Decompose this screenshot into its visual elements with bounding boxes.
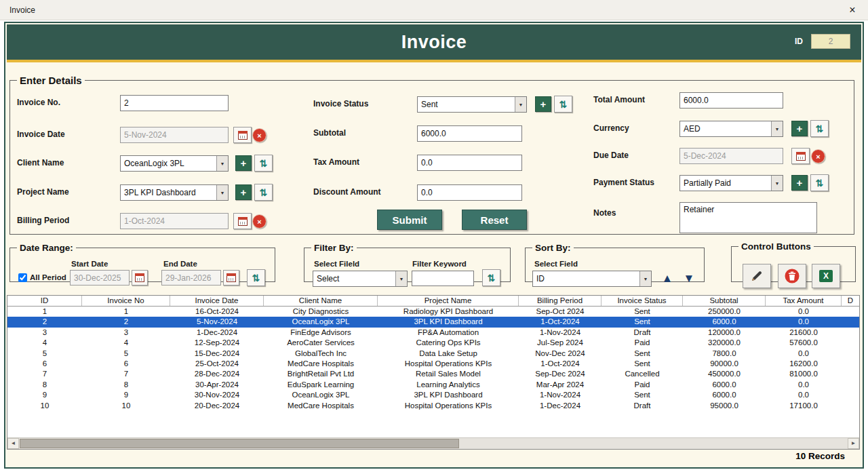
- table-cell: 2: [7, 317, 82, 327]
- invoice-date-input[interactable]: [120, 127, 229, 143]
- column-header[interactable]: Invoice No: [82, 296, 170, 306]
- table-cell: Nov-Dec 2024: [519, 349, 601, 359]
- plus-icon: +: [797, 123, 803, 134]
- calendar-icon: [796, 152, 806, 161]
- dropdown-arrow-icon[interactable]: ▼: [515, 97, 526, 112]
- reset-button[interactable]: Reset: [462, 210, 527, 230]
- client-name-select[interactable]: OceanLogix 3PL ▼: [120, 155, 229, 172]
- invoice-no-label: Invoice No.: [17, 98, 60, 107]
- calendar-icon: [238, 131, 248, 140]
- currency-add-button[interactable]: +: [791, 121, 808, 136]
- id-field[interactable]: [811, 34, 850, 49]
- window-titlebar: Invoice ×: [0, 0, 868, 20]
- subtotal-input[interactable]: [417, 125, 522, 142]
- due-date-clear-button[interactable]: ×: [811, 149, 825, 163]
- window-close-icon[interactable]: ×: [845, 3, 860, 18]
- end-date-calendar-button[interactable]: [223, 270, 239, 286]
- project-name-refresh-button[interactable]: ⇅: [254, 184, 273, 201]
- date-range-refresh-button[interactable]: ⇅: [247, 269, 265, 286]
- invoice-date-calendar-button[interactable]: [233, 127, 252, 143]
- dropdown-arrow-icon[interactable]: ▼: [771, 121, 783, 136]
- discount-amount-input[interactable]: [417, 184, 522, 201]
- dropdown-arrow-icon[interactable]: ▼: [216, 185, 228, 200]
- payment-status-select[interactable]: Partially Paid ▼: [679, 175, 783, 191]
- currency-select[interactable]: AED ▼: [679, 121, 783, 137]
- project-name-select[interactable]: 3PL KPI Dashboard ▼: [120, 184, 229, 201]
- table-row[interactable]: 101020-Dec-2024MedCare HospitalsHospital…: [7, 401, 859, 411]
- table-row[interactable]: 7728-Dec-2024BrightRetail Pvt LtdRetail …: [7, 369, 859, 379]
- table-row[interactable]: 8830-Apr-2024EduSpark LearningLearning A…: [7, 380, 859, 390]
- invoice-date-clear-button[interactable]: ×: [252, 128, 267, 142]
- currency-refresh-button[interactable]: ⇅: [810, 120, 829, 137]
- table-cell: MedCare Hospitals: [264, 401, 378, 411]
- billing-period-calendar-button[interactable]: [233, 213, 252, 229]
- refresh-icon: ⇅: [559, 99, 568, 110]
- notes-input[interactable]: Retainer: [679, 202, 817, 233]
- horizontal-scrollbar[interactable]: ◄ ►: [7, 437, 859, 449]
- table-cell: Sent: [601, 390, 683, 400]
- submit-button[interactable]: Submit: [377, 210, 442, 230]
- table-row[interactable]: 6625-Oct-2024MedCare HospitalsHospital O…: [7, 359, 859, 369]
- table-row[interactable]: 9930-Nov-2024OceanLogix 3PL3PL KPI Dashb…: [7, 390, 859, 400]
- billing-period-input[interactable]: [120, 213, 229, 229]
- project-name-add-button[interactable]: +: [235, 184, 252, 200]
- table-cell: 3PL KPI Dashboard: [378, 317, 519, 327]
- scrollbar-thumb[interactable]: [20, 439, 459, 448]
- start-date-calendar-button[interactable]: [132, 270, 148, 286]
- table-row[interactable]: 5515-Dec-2024GlobalTech IncData Lake Set…: [7, 349, 859, 359]
- edit-record-button[interactable]: [743, 264, 771, 288]
- table-cell: [842, 328, 859, 338]
- column-header[interactable]: Subtotal: [683, 296, 766, 306]
- sort-ascending-button[interactable]: ▲: [658, 271, 676, 287]
- tax-amount-input[interactable]: [417, 155, 522, 171]
- client-name-add-button[interactable]: +: [235, 155, 252, 171]
- table-row[interactable]: 1116-Oct-2024City DiagnosticsRadiology K…: [7, 307, 859, 317]
- payment-status-refresh-button[interactable]: ⇅: [810, 174, 829, 191]
- end-date-input[interactable]: [161, 270, 221, 286]
- table-cell: 90000.0: [683, 359, 766, 369]
- scroll-left-button[interactable]: ◄: [7, 438, 19, 449]
- column-header[interactable]: ID: [7, 296, 82, 306]
- column-header[interactable]: Tax Amount: [766, 296, 842, 306]
- due-date-input[interactable]: [679, 148, 783, 164]
- column-header[interactable]: Invoice Status: [601, 296, 683, 306]
- table-row[interactable]: 4412-Sep-2024AeroCater ServicesCatering …: [7, 338, 859, 348]
- dropdown-arrow-icon[interactable]: ▼: [216, 156, 228, 171]
- column-header[interactable]: D: [842, 296, 859, 306]
- export-excel-button[interactable]: X: [812, 264, 840, 288]
- column-header[interactable]: Billing Period: [519, 296, 601, 306]
- payment-status-label: Payment Status: [593, 178, 654, 187]
- client-name-refresh-button[interactable]: ⇅: [254, 155, 273, 172]
- billing-period-clear-button[interactable]: ×: [252, 214, 267, 229]
- filter-keyword-input[interactable]: [412, 271, 474, 286]
- sort-descending-button[interactable]: ▼: [680, 271, 698, 287]
- dropdown-arrow-icon[interactable]: ▼: [395, 271, 407, 286]
- column-header[interactable]: Project Name: [378, 296, 519, 306]
- table-row[interactable]: 331-Dec-2024FinEdge AdvisorsFP&A Automat…: [7, 328, 859, 338]
- all-period-checkbox[interactable]: [18, 273, 27, 282]
- invoice-status-refresh-button[interactable]: ⇅: [554, 96, 572, 113]
- total-amount-input[interactable]: [679, 92, 783, 109]
- sort-field-select[interactable]: ID ▼: [532, 271, 652, 287]
- scroll-right-button[interactable]: ►: [848, 438, 859, 449]
- due-date-calendar-button[interactable]: [791, 148, 810, 164]
- payment-status-add-button[interactable]: +: [791, 175, 808, 191]
- header-accent-line: [7, 60, 861, 62]
- table-cell: City Diagnostics: [264, 307, 378, 317]
- column-header[interactable]: Invoice Date: [170, 296, 264, 306]
- invoice-no-input[interactable]: [120, 95, 229, 111]
- refresh-icon: ⇅: [260, 187, 268, 198]
- table-cell: 30-Nov-2024: [170, 390, 264, 400]
- column-header[interactable]: Client Name: [264, 296, 378, 306]
- table-cell: BrightRetail Pvt Ltd: [264, 369, 378, 379]
- dropdown-arrow-icon[interactable]: ▼: [639, 271, 651, 286]
- table-row[interactable]: 225-Nov-2024OceanLogix 3PL3PL KPI Dashbo…: [7, 317, 859, 327]
- filter-refresh-button[interactable]: ⇅: [482, 269, 500, 286]
- start-date-input[interactable]: [70, 270, 130, 286]
- invoice-status-add-button[interactable]: +: [535, 96, 551, 112]
- end-date-label: End Date: [163, 260, 197, 268]
- invoice-status-select[interactable]: Sent ▼: [417, 96, 527, 113]
- dropdown-arrow-icon[interactable]: ▼: [771, 176, 783, 191]
- filter-field-select[interactable]: Select ▼: [313, 271, 408, 287]
- delete-record-button[interactable]: [778, 264, 806, 288]
